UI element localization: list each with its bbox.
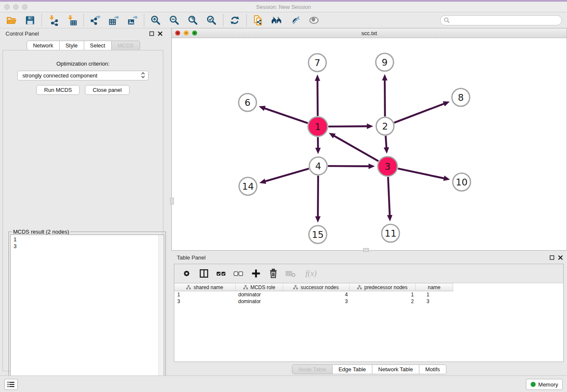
mcds-result-area[interactable]: 1 3: [10, 235, 164, 392]
show-columns-icon[interactable]: [198, 268, 209, 279]
delete-table-icon[interactable]: [285, 268, 296, 279]
graph-node-label: 9: [382, 57, 388, 68]
import-table-icon[interactable]: [66, 14, 78, 26]
task-history-button[interactable]: [4, 379, 18, 390]
graph-edge[interactable]: [385, 80, 385, 116]
table-cell[interactable]: dominator: [236, 292, 283, 298]
graph-edge[interactable]: [333, 135, 378, 161]
graph-node-label: 11: [385, 228, 396, 239]
zoom-in-icon[interactable]: [150, 14, 162, 26]
tree-icon: [293, 285, 298, 290]
select-all-columns-icon[interactable]: [216, 268, 227, 279]
network-view-titlebar[interactable]: scc.txt: [172, 28, 567, 38]
float-panel-icon[interactable]: [149, 30, 154, 38]
graph-node-label: 7: [314, 58, 320, 68]
column-header-MCDS-role[interactable]: MCDS role: [236, 284, 283, 291]
column-header-label: shared name: [193, 284, 223, 290]
graph-edge[interactable]: [264, 108, 308, 123]
open-session-icon[interactable]: [6, 14, 17, 26]
export-table-icon[interactable]: [108, 14, 120, 26]
graph-edge[interactable]: [317, 80, 318, 116]
clone-network-icon[interactable]: [252, 14, 264, 26]
column-header-shared-name[interactable]: shared name: [174, 284, 236, 291]
run-mcds-button[interactable]: Run MCDS: [36, 85, 80, 95]
birds-eye-view-icon[interactable]: [308, 14, 320, 26]
function-builder-icon[interactable]: f(x): [303, 268, 319, 279]
graph-edge[interactable]: [328, 126, 368, 127]
graph-edge-arrowhead: [315, 75, 320, 81]
refresh-layout-icon[interactable]: [229, 14, 241, 26]
delete-columns-icon[interactable]: [268, 268, 279, 279]
graph-node-label: 4: [315, 161, 321, 171]
zoom-out-icon[interactable]: [168, 14, 180, 26]
graph-edge[interactable]: [388, 177, 390, 216]
graph-node-label: 8: [458, 92, 464, 103]
graph-edge[interactable]: [318, 176, 318, 217]
table-cell[interactable]: 1: [416, 292, 453, 298]
tab-style[interactable]: Style: [60, 41, 84, 50]
tab-node-table[interactable]: Node Table: [292, 364, 333, 374]
table-cell[interactable]: 3: [174, 298, 236, 304]
export-network-icon[interactable]: [89, 14, 101, 26]
unselect-all-columns-icon[interactable]: [233, 268, 244, 279]
export-image-icon[interactable]: [127, 14, 138, 26]
main-toolbar: [0, 12, 567, 28]
graph-node-label: 6: [245, 97, 250, 108]
tab-edge-table[interactable]: Edge Table: [333, 364, 372, 374]
tab-mcds[interactable]: MCDS: [112, 41, 140, 50]
first-neighbors-icon[interactable]: [271, 14, 283, 26]
close-panel-button[interactable]: Close panel: [85, 85, 129, 95]
tab-network[interactable]: Network: [27, 41, 60, 50]
column-header-name[interactable]: name: [416, 284, 453, 291]
column-header-predecessor-nodes[interactable]: predecessor nodes: [350, 284, 416, 291]
graph-edge[interactable]: [398, 168, 444, 178]
table-cell[interactable]: 4: [283, 292, 350, 298]
graph-edge-arrowhead: [315, 148, 321, 154]
table-row[interactable]: 3dominator323: [174, 298, 453, 305]
table-cell[interactable]: dominator: [236, 298, 283, 304]
optimization-criterion-label: Optimization criterion:: [3, 61, 163, 67]
graph-node-label: 10: [456, 177, 468, 188]
table-cell[interactable]: 1: [174, 292, 236, 298]
table-cell[interactable]: 2: [350, 298, 416, 304]
show-graphics-details-icon[interactable]: [289, 14, 301, 26]
float-table-panel-icon[interactable]: [550, 254, 554, 262]
tab-motifs[interactable]: Motifs: [419, 364, 446, 374]
zoom-selected-icon[interactable]: [206, 14, 217, 26]
table-row[interactable]: 1dominator411: [174, 291, 453, 298]
column-header-label: predecessor nodes: [364, 284, 407, 290]
tab-network-table[interactable]: Network Table: [372, 364, 419, 374]
splitter-grip-left[interactable]: [170, 198, 174, 204]
close-panel-icon[interactable]: [158, 30, 162, 38]
graph-edge-arrowhead: [384, 147, 389, 154]
zoom-fit-icon[interactable]: [187, 14, 199, 26]
graph-edge[interactable]: [328, 166, 369, 166]
tree-icon: [357, 285, 362, 290]
mcds-result-text: 1 3: [11, 235, 164, 250]
search-input[interactable]: [440, 15, 562, 25]
memory-status-dot: [531, 382, 536, 387]
close-table-panel-icon[interactable]: [558, 254, 563, 262]
table-options-icon[interactable]: [181, 268, 192, 279]
network-canvas[interactable]: 7968124314101511: [172, 38, 567, 250]
tab-select[interactable]: Select: [84, 41, 112, 50]
table-cell[interactable]: 1: [350, 292, 416, 298]
tree-icon: [243, 285, 248, 290]
create-column-icon[interactable]: [250, 268, 261, 279]
result-scrollbar[interactable]: [158, 235, 164, 392]
optimization-criterion-select[interactable]: strongly connected component: [17, 71, 149, 80]
column-header-successor-nodes[interactable]: successor nodes: [283, 284, 350, 291]
splitter-grip-bottom[interactable]: [363, 248, 369, 252]
table-cell[interactable]: 3: [416, 298, 453, 304]
graph-node-label: 15: [312, 229, 324, 240]
save-session-icon[interactable]: [24, 14, 36, 26]
graph-edge-arrowhead: [387, 215, 393, 221]
import-network-icon[interactable]: [47, 14, 59, 26]
table-cell[interactable]: 3: [283, 298, 350, 304]
graph-edge[interactable]: [385, 136, 386, 148]
table-toolbar: f(x): [174, 264, 563, 283]
search-icon: [443, 17, 450, 25]
memory-button[interactable]: Memory: [526, 379, 563, 390]
graph-edge[interactable]: [394, 104, 445, 123]
graph-edge[interactable]: [264, 168, 309, 181]
